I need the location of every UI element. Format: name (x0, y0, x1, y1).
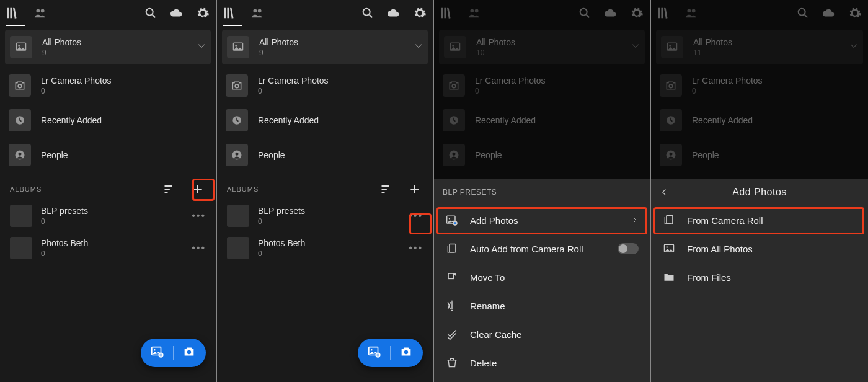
cloud-icon[interactable] (387, 6, 401, 20)
delete-row[interactable]: Delete (434, 349, 650, 377)
recently-added-row[interactable]: Recently Added (651, 103, 868, 138)
library-tab-icon[interactable] (657, 6, 671, 20)
recently-added-row[interactable]: Recently Added (217, 103, 433, 138)
clock-icon (660, 109, 682, 131)
lr-camera-row[interactable]: Lr Camera Photos0 (651, 68, 868, 103)
add-fab[interactable] (141, 339, 206, 367)
album-more-button[interactable]: ••• (409, 242, 423, 254)
from-files-row[interactable]: From Files (651, 263, 868, 291)
sort-button[interactable] (161, 181, 177, 197)
add-photos-row[interactable]: Add Photos (434, 206, 650, 234)
from-files-label: From Files (687, 272, 857, 283)
shared-tab-icon[interactable] (250, 6, 264, 20)
album-more-button[interactable]: ••• (409, 210, 423, 221)
sheet-header: Add Photos (651, 179, 868, 206)
panel-4: All Photos11 Lr Camera Photos0 Recently … (651, 0, 868, 382)
people-row[interactable]: People (0, 138, 216, 172)
camera-roll-icon (662, 214, 676, 226)
add-fab[interactable] (358, 339, 423, 367)
all-photos-label: All Photos (693, 37, 732, 47)
lr-camera-row[interactable]: Lr Camera Photos 0 (0, 68, 216, 103)
albums-label: ALBUMS (10, 185, 149, 193)
search-icon[interactable] (361, 6, 374, 20)
from-all-photos-row[interactable]: From All Photos (651, 234, 868, 263)
all-photos-label: All Photos (476, 37, 515, 47)
cloud-icon[interactable] (604, 6, 618, 20)
settings-icon[interactable] (196, 6, 210, 20)
add-photos-sheet: Add Photos From Camera Roll From All Pho… (651, 179, 868, 382)
add-photos-label: Add Photos (470, 215, 620, 226)
from-camera-roll-row[interactable]: From Camera Roll (651, 206, 868, 234)
add-image-icon (151, 345, 164, 361)
camera-icon (226, 74, 248, 97)
all-photos-row[interactable]: All Photos10 (439, 30, 645, 64)
sort-button[interactable] (378, 181, 394, 197)
add-album-button[interactable] (407, 181, 423, 197)
image-icon (662, 242, 676, 255)
chevron-down-icon (849, 42, 858, 53)
people-row[interactable]: People (217, 138, 433, 172)
shared-tab-icon[interactable] (467, 6, 481, 20)
from-all-photos-label: From All Photos (687, 244, 857, 254)
album-title: BLP presets (41, 206, 88, 216)
settings-icon[interactable] (413, 6, 427, 20)
search-icon[interactable] (796, 6, 810, 20)
album-options-sheet: BLP PRESETS Add Photos Auto Add from Cam… (434, 179, 650, 382)
lr-camera-row[interactable]: Lr Camera Photos0 (217, 68, 433, 103)
all-photos-row[interactable]: All Photos11 (656, 30, 863, 64)
person-icon (660, 144, 682, 166)
album-more-button[interactable]: ••• (192, 210, 206, 221)
sheet-title: Add Photos (677, 187, 842, 198)
panel-2: All Photos 9 Lr Camera Photos0 Recently … (217, 0, 434, 382)
move-to-row[interactable]: Move To (434, 263, 650, 291)
all-photos-row[interactable]: All Photos 9 (5, 30, 211, 64)
settings-icon[interactable] (630, 6, 644, 20)
panel-3: All Photos10 Lr Camera Photos0 Recently … (434, 0, 651, 382)
panel-1: All Photos 9 Lr Camera Photos 0 Recently… (0, 0, 217, 382)
lr-camera-label: Lr Camera Photos (475, 76, 546, 86)
auto-add-row[interactable]: Auto Add from Camera Roll (434, 234, 650, 263)
rename-row[interactable]: Rename (434, 291, 650, 320)
add-photos-icon (445, 214, 459, 226)
lr-camera-count: 0 (475, 87, 546, 96)
album-item[interactable]: BLP presets0 ••• (217, 200, 433, 232)
people-row[interactable]: People (651, 138, 868, 172)
lr-camera-count: 0 (258, 87, 329, 96)
recently-added-row[interactable]: Recently Added (0, 103, 216, 138)
people-row[interactable]: People (434, 138, 650, 172)
all-photos-label: All Photos (259, 37, 298, 47)
album-more-button[interactable]: ••• (192, 242, 206, 254)
back-button[interactable] (660, 188, 677, 197)
recently-added-label: Recently Added (475, 115, 536, 125)
sheet-title: BLP PRESETS (443, 188, 641, 197)
camera-icon (9, 74, 31, 97)
album-item[interactable]: Photos Beth 0 ••• (0, 232, 216, 264)
all-photos-count: 9 (42, 48, 81, 57)
album-item[interactable]: Photos Beth0 ••• (217, 232, 433, 264)
auto-add-label: Auto Add from Camera Roll (470, 244, 606, 254)
cloud-icon[interactable] (170, 6, 184, 20)
search-icon[interactable] (578, 6, 591, 20)
add-image-icon (368, 345, 381, 361)
auto-add-toggle[interactable] (618, 243, 639, 254)
add-album-button[interactable] (190, 181, 206, 197)
library-tab-icon[interactable] (6, 6, 20, 20)
lr-camera-count: 0 (41, 87, 112, 96)
all-photos-row[interactable]: All Photos 9 (222, 30, 428, 64)
lr-camera-row[interactable]: Lr Camera Photos0 (434, 68, 650, 103)
shared-tab-icon[interactable] (33, 6, 47, 20)
library-tab-icon[interactable] (440, 6, 454, 20)
delete-label: Delete (470, 358, 639, 368)
clear-cache-row[interactable]: Clear Cache (434, 320, 650, 349)
lr-camera-label: Lr Camera Photos (692, 76, 763, 86)
image-icon (10, 36, 32, 58)
shared-tab-icon[interactable] (684, 6, 698, 20)
settings-icon[interactable] (848, 6, 862, 20)
recently-added-row[interactable]: Recently Added (434, 103, 650, 138)
album-item[interactable]: BLP presets 0 ••• (0, 200, 216, 232)
search-icon[interactable] (144, 6, 157, 20)
cloud-icon[interactable] (822, 6, 836, 20)
move-to-label: Move To (470, 272, 639, 283)
library-tab-icon[interactable] (223, 6, 237, 20)
recently-added-label: Recently Added (41, 115, 102, 125)
